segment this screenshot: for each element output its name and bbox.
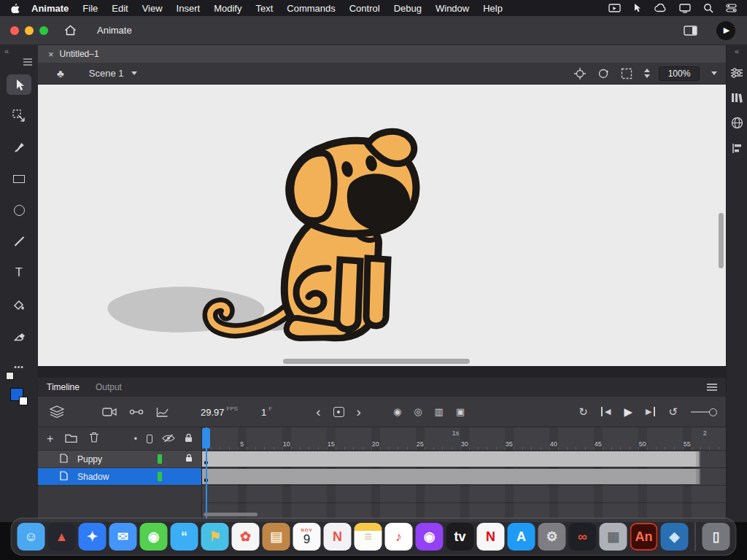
- frame-area[interactable]: 1s2 510152025303540455055: [202, 427, 726, 519]
- playhead[interactable]: [202, 427, 211, 519]
- dock-photos[interactable]: ✿: [232, 523, 260, 551]
- window-minimize-button[interactable]: [25, 26, 34, 35]
- test-movie-play-button[interactable]: ▶: [716, 21, 735, 40]
- dock-facetime[interactable]: ◉: [140, 523, 168, 551]
- center-frame-button[interactable]: [333, 407, 344, 417]
- collapse-left-panel-icon[interactable]: «: [4, 47, 9, 55]
- home-icon[interactable]: [64, 25, 77, 36]
- scene-name[interactable]: Scene 1: [89, 68, 124, 79]
- close-document-icon[interactable]: ×: [48, 49, 54, 60]
- symbol-clover-icon[interactable]: ♣: [57, 67, 64, 79]
- selection-tool[interactable]: [7, 74, 31, 95]
- go-to-last-frame-button[interactable]: ▶: [646, 407, 655, 416]
- layer-row-puppy[interactable]: Puppy: [38, 451, 201, 468]
- line-tool[interactable]: [7, 231, 31, 252]
- previous-frame-button[interactable]: ‹: [316, 407, 320, 417]
- menu-item-commands[interactable]: Commands: [287, 3, 335, 14]
- dock-messages[interactable]: “: [171, 523, 198, 551]
- zoom-stepper[interactable]: [644, 69, 650, 78]
- layer-depth-graph-icon[interactable]: [156, 407, 169, 417]
- menu-item-debug[interactable]: Debug: [394, 3, 422, 14]
- frame-row-empty[interactable]: [202, 486, 726, 503]
- stage-canvas[interactable]: [38, 85, 726, 366]
- window-close-button[interactable]: [10, 26, 19, 35]
- edit-multiple-frames-icon[interactable]: ▥: [435, 406, 444, 417]
- tab-output[interactable]: Output: [96, 382, 122, 392]
- dock-launchpad[interactable]: ▲: [48, 523, 76, 551]
- zoom-level-field[interactable]: 100%: [659, 66, 700, 81]
- frame-rate-display[interactable]: 29.97FPS: [201, 405, 238, 419]
- tab-timeline[interactable]: Timeline: [47, 382, 80, 392]
- frame-span-shadow[interactable]: [202, 469, 700, 484]
- add-folder-button[interactable]: [65, 432, 77, 446]
- properties-panel-icon[interactable]: [730, 68, 743, 79]
- highlight-column-icon[interactable]: •: [134, 434, 137, 444]
- layer-lock-icon[interactable]: [185, 454, 201, 464]
- dock-music[interactable]: ♪: [385, 523, 413, 551]
- dock-system-preferences[interactable]: ⚙: [538, 523, 566, 551]
- align-panel-icon[interactable]: [732, 143, 743, 155]
- menu-item-file[interactable]: File: [82, 3, 98, 14]
- apple-menu-icon[interactable]: [10, 3, 20, 14]
- dock-calendar[interactable]: NOV9: [293, 523, 321, 551]
- layer-color-chip[interactable]: [158, 472, 162, 481]
- show-hide-column-icon[interactable]: [162, 432, 175, 446]
- document-tab[interactable]: × Untitled–1: [38, 45, 109, 63]
- menu-item-insert[interactable]: Insert: [177, 3, 201, 14]
- add-layer-button[interactable]: +: [47, 432, 53, 446]
- control-center-icon[interactable]: [726, 4, 737, 12]
- dock-news[interactable]: N: [324, 523, 352, 551]
- library-panel-icon[interactable]: [731, 92, 743, 104]
- dock-tv[interactable]: tv: [446, 523, 474, 551]
- panel-resize-divider[interactable]: [38, 366, 726, 378]
- paint-bucket-tool[interactable]: [7, 294, 31, 314]
- dock-notes[interactable]: ≡: [355, 523, 382, 551]
- zoom-dropdown-chevron-icon[interactable]: [711, 71, 717, 75]
- text-tool[interactable]: T: [7, 262, 31, 283]
- menu-item-view[interactable]: View: [142, 3, 163, 14]
- dock-adobe-animate[interactable]: An: [630, 523, 658, 551]
- play-button[interactable]: ▶: [624, 405, 632, 419]
- scene-dropdown-chevron-icon[interactable]: [131, 71, 137, 75]
- eraser-tool[interactable]: [7, 325, 31, 346]
- onion-skin-outline-icon[interactable]: ◎: [414, 406, 422, 417]
- layers-view-icon[interactable]: [50, 405, 64, 418]
- layer-parenting-icon[interactable]: [129, 408, 144, 416]
- screen-mirroring-icon[interactable]: [608, 4, 621, 13]
- loop-frames-icon[interactable]: ▣: [456, 406, 465, 417]
- pointer-tool-icon[interactable]: [633, 3, 642, 13]
- loop-playback-icon[interactable]: ↻: [578, 405, 588, 419]
- go-to-first-frame-button[interactable]: ◀: [601, 407, 611, 416]
- center-stage-icon[interactable]: [574, 68, 586, 79]
- dock-stocks[interactable]: ▦: [600, 523, 627, 551]
- panel-menu-icon[interactable]: [707, 382, 717, 392]
- delete-layer-button[interactable]: [89, 432, 99, 446]
- oval-tool[interactable]: [7, 200, 31, 220]
- camera-icon[interactable]: [102, 407, 117, 417]
- timeline-horizontal-scrollbar[interactable]: [204, 513, 258, 516]
- dock-trash[interactable]: ▯: [703, 523, 730, 551]
- creative-cloud-menu-icon[interactable]: [654, 4, 667, 12]
- dock-app-store[interactable]: A: [508, 523, 535, 551]
- menu-app-name[interactable]: Animate: [31, 3, 69, 14]
- workspace-layout-icon[interactable]: [684, 26, 697, 36]
- menu-item-window[interactable]: Window: [436, 3, 469, 14]
- menu-item-control[interactable]: Control: [349, 3, 380, 14]
- dock-netflix[interactable]: N: [477, 523, 505, 551]
- dock-books[interactable]: ▤: [263, 523, 290, 551]
- stage-vertical-scrollbar[interactable]: [719, 213, 724, 268]
- workspace-tab-animate[interactable]: Animate: [97, 25, 132, 36]
- lock-column-icon[interactable]: [185, 432, 193, 446]
- menu-item-text[interactable]: Text: [255, 3, 273, 14]
- timeline-ruler[interactable]: 510152025303540455055: [202, 439, 726, 451]
- cc-libraries-panel-icon[interactable]: [731, 117, 743, 131]
- outline-column-icon[interactable]: [147, 435, 152, 443]
- layer-row-shadow[interactable]: Shadow: [38, 468, 201, 486]
- frame-row-shadow[interactable]: [202, 468, 726, 486]
- rectangle-tool[interactable]: [7, 168, 31, 189]
- stroke-color-chip[interactable]: [6, 372, 14, 380]
- dock-finder[interactable]: ☺: [18, 523, 45, 551]
- dock-mail[interactable]: ✉: [109, 523, 137, 551]
- clip-content-icon[interactable]: [621, 68, 632, 79]
- dock-podcasts[interactable]: ◉: [416, 523, 444, 551]
